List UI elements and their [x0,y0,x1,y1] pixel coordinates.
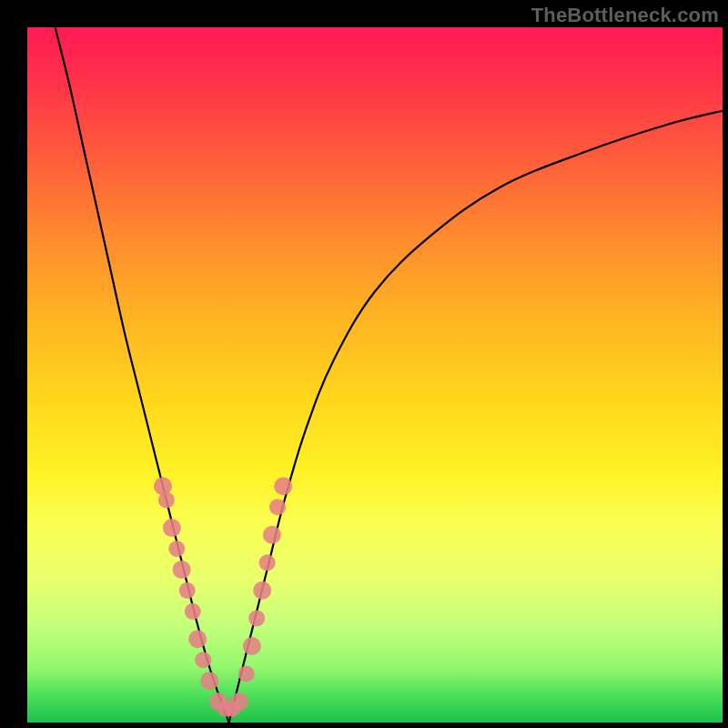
curve-svg [27,27,723,723]
marker-dot [253,581,271,600]
marker-dot [158,492,175,509]
curve-right-branch [229,111,723,723]
marker-dot [185,603,201,620]
marker-dot [188,630,207,648]
marker-dot [259,554,276,571]
chart-stage: TheBottleneck.com [0,0,728,728]
marker-dot [179,582,196,599]
marker-dot [163,519,181,537]
marker-dot [248,610,265,626]
marker-dots-group [154,477,292,717]
watermark-label: TheBottleneck.com [531,4,719,27]
marker-dot [274,477,292,495]
marker-dot [243,637,261,655]
marker-dot [173,561,191,579]
marker-dot [195,652,211,668]
marker-dot [168,541,185,557]
curve-left-branch [56,27,229,723]
marker-dot [200,672,218,690]
marker-dot [269,499,286,515]
marker-dot [263,526,281,544]
plot-area [27,27,723,723]
marker-dot [238,666,255,682]
marker-dot [230,693,248,711]
